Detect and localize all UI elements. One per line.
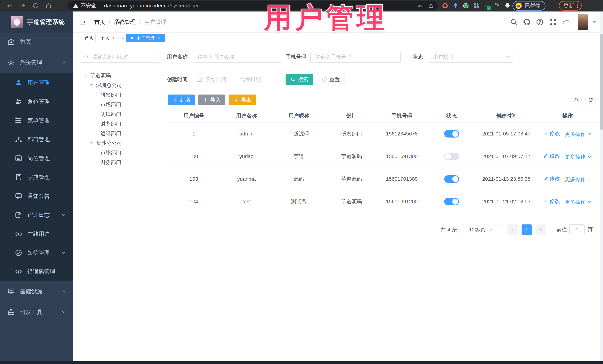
reload-icon[interactable] (32, 2, 39, 9)
page-number-button[interactable]: 1 (522, 224, 532, 235)
date-range-picker[interactable]: 开始日期 - 结束日期 (193, 74, 281, 85)
reset-button[interactable]: 重置 (317, 74, 345, 85)
ext-orange-ring-icon[interactable] (442, 3, 448, 9)
sidebar-item-dict[interactable]: 字典管理 (0, 168, 73, 187)
fullscreen-icon[interactable] (549, 18, 557, 26)
status-toggle[interactable] (444, 130, 459, 138)
page-scrollbar[interactable] (600, 11, 603, 361)
more-actions-link[interactable]: 更多操作 (565, 176, 592, 183)
ext-green-circle-icon[interactable] (463, 3, 469, 9)
search-icon[interactable] (510, 18, 518, 26)
help-icon[interactable] (536, 18, 544, 26)
sidebar-item-menus[interactable]: 菜单管理 (0, 111, 73, 130)
next-page-button[interactable] (536, 224, 546, 235)
sidebar-item-infrastructure[interactable]: 基础设施 (0, 282, 73, 301)
page-size-select[interactable]: 10条/页 (462, 224, 500, 235)
edit-link[interactable]: 修改 (543, 153, 560, 160)
tree-node-dept[interactable]: 运维部门 (80, 129, 162, 138)
browser-menu-icon[interactable] (577, 3, 578, 8)
sidebar-item-notices[interactable]: 通知公告 (0, 187, 73, 205)
update-label: 更新 (564, 2, 574, 9)
ext-puzzle-icon[interactable] (504, 3, 510, 9)
breadcrumb-home[interactable]: 首页 (94, 18, 105, 26)
sidebar-item-users[interactable]: 用户管理 (0, 73, 73, 92)
more-actions-link[interactable]: 更多操作 (565, 153, 592, 160)
scrollbar-thumb[interactable] (600, 34, 603, 130)
import-button[interactable]: 导入 (198, 95, 225, 105)
profile-paused-chip[interactable]: 已暂停 (512, 1, 545, 11)
breadcrumb-section[interactable]: 系统管理 (114, 18, 136, 26)
sidebar-item-label: 菜单管理 (27, 117, 50, 124)
sidebar-item-label: 短信管理 (27, 249, 50, 257)
table-search-toggle-button[interactable] (571, 95, 582, 105)
sidebar-item-home[interactable]: 首页 (0, 33, 73, 51)
back-icon[interactable] (6, 2, 13, 9)
edit-link[interactable]: 修改 (543, 130, 560, 137)
tree-expand-icon[interactable] (90, 142, 93, 145)
font-size-icon[interactable]: TT (562, 18, 570, 26)
tree-node-company[interactable]: 长沙分公司 (80, 138, 162, 148)
tree-node-root[interactable]: 芋道源码 (80, 71, 162, 80)
prev-page-button[interactable] (508, 224, 518, 235)
avatar-dropdown-icon[interactable] (592, 21, 596, 25)
table-row: 104 test 测试号 芋道源码 15601691200 2021-01-21… (167, 190, 600, 213)
ext-sprout-icon[interactable] (494, 3, 500, 9)
goto-page-input[interactable] (569, 224, 585, 235)
status-toggle[interactable] (444, 175, 459, 183)
tab-user-management[interactable]: 用户管理 × (126, 34, 165, 42)
sidebar-collapse-icon[interactable] (79, 19, 86, 26)
tree-node-dept[interactable]: 市场部门 (80, 148, 162, 157)
audit-log-icon (15, 211, 22, 219)
ext-tabs-on-icon[interactable]: on (484, 3, 490, 9)
chevron-down-icon (505, 55, 510, 59)
tab-label: 用户管理 (136, 35, 155, 41)
tree-expand-icon[interactable] (84, 75, 87, 78)
sidebar-item-online-users[interactable]: 在线用户 (0, 225, 73, 243)
search-button[interactable]: 搜索 (286, 74, 313, 85)
add-button[interactable]: 新增 (168, 95, 195, 105)
tab-close-icon[interactable]: × (122, 35, 125, 41)
tree-node-company[interactable]: 深圳总公司 (80, 80, 162, 90)
more-actions-link[interactable]: 更多操作 (565, 131, 592, 138)
table-refresh-button[interactable] (585, 95, 596, 105)
mobile-label: 手机号码 (286, 51, 306, 63)
status-select[interactable]: 用户状态 (429, 51, 514, 63)
sidebar-item-dev-tools[interactable]: 研发工具 (0, 303, 73, 321)
ext-grid-icon[interactable] (473, 3, 479, 9)
github-icon[interactable] (523, 18, 531, 26)
ext-gem-icon[interactable] (452, 3, 459, 9)
forward-icon[interactable] (19, 2, 26, 9)
edit-link[interactable]: 修改 (543, 198, 560, 205)
page-size-value: 10条/页 (469, 226, 485, 233)
tree-expand-icon[interactable] (90, 84, 93, 88)
tree-node-dept[interactable]: 财务部门 (80, 119, 162, 129)
username-input[interactable] (193, 54, 281, 60)
tree-node-dept[interactable]: 研发部门 (80, 90, 162, 100)
sidebar-item-posts[interactable]: 岗位管理 (0, 149, 73, 167)
export-button[interactable]: 导出 (229, 95, 256, 105)
sidebar-item-system[interactable]: 系统管理 (0, 53, 73, 72)
tree-node-dept[interactable]: 市场部门 (80, 100, 162, 109)
home-icon[interactable] (45, 2, 52, 9)
tree-node-dept[interactable]: 财务部门 (80, 157, 162, 167)
security-label[interactable]: 不安全 (81, 2, 96, 9)
sidebar-item-roles[interactable]: 角色管理 (0, 92, 73, 111)
status-toggle[interactable] (444, 153, 459, 160)
sidebar-item-error-codes[interactable]: 错误码管理 (0, 263, 73, 281)
status-toggle[interactable] (444, 198, 459, 205)
chrome-update-button[interactable]: 更新 (559, 1, 582, 11)
edit-link[interactable]: 修改 (543, 175, 560, 182)
more-actions-link[interactable]: 更多操作 (565, 199, 592, 206)
goto-label: 前往 (557, 226, 567, 233)
sidebar-item-depts[interactable]: 部门管理 (0, 130, 73, 149)
tab-profile[interactable]: 个人中心 × (95, 34, 129, 42)
password-key-icon[interactable] (417, 3, 423, 9)
mobile-input[interactable] (311, 54, 400, 60)
user-avatar[interactable] (578, 14, 588, 30)
tree-node-dept[interactable]: 测试部门 (80, 109, 162, 119)
tab-close-icon[interactable]: × (158, 35, 161, 41)
sidebar-item-sms[interactable]: 短信管理 (0, 243, 73, 262)
bookmark-star-icon[interactable] (428, 3, 434, 9)
sidebar-item-audit-log[interactable]: 审计日志 (0, 206, 73, 224)
dept-search-input[interactable] (92, 54, 160, 60)
